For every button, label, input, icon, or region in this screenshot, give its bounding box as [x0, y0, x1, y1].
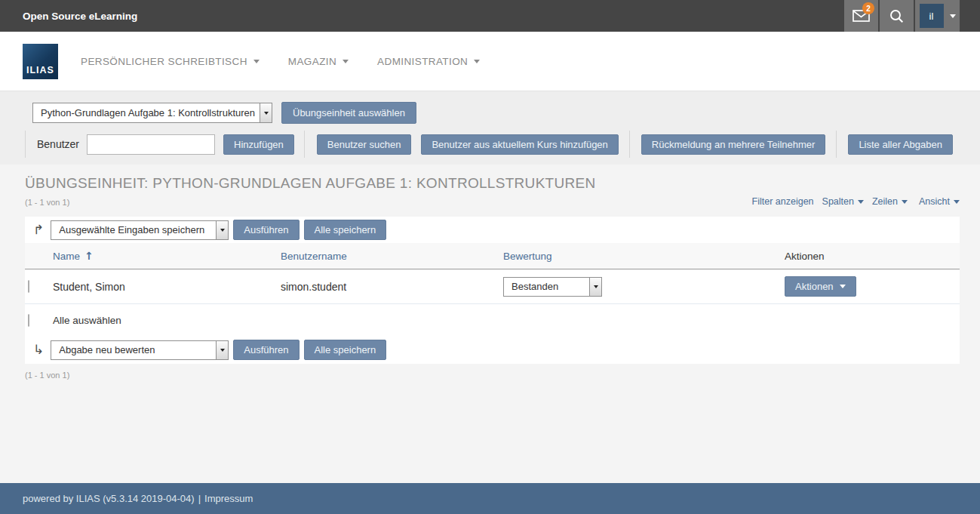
select-all-row: Alle auswählen — [25, 304, 960, 336]
table-row: Student, Simon simon.student Bestanden A… — [25, 269, 960, 304]
table-header-row: Name ↑ Benutzername Bewertung Aktionen — [25, 243, 960, 269]
add-user-button[interactable]: Hinzufügen — [223, 134, 294, 155]
user-menu-button[interactable]: il — [915, 0, 960, 32]
nav-label: MAGAZIN — [288, 56, 336, 67]
select-arrow-icon — [260, 103, 272, 122]
powered-by-text: powered by ILIAS (v5.3.14 2019-04-04) — [23, 493, 195, 504]
table-view-links: Filter anzeigen Spalten Zeilen Ansicht — [752, 196, 960, 207]
top-bar: Open Source eLearning 2 il — [0, 0, 980, 32]
cell-name: Student, Simon — [53, 281, 281, 293]
page-content: ÜBUNGSEINHEIT: PYTHON-GRUNDLAGEN AUFGABE… — [0, 165, 980, 483]
select-all-checkbox[interactable] — [28, 314, 29, 327]
table-top-toolbar: ↱ Ausgewählte Eingaben speichern Ausführ… — [25, 217, 960, 243]
nav-administration[interactable]: ADMINISTRATION — [377, 56, 480, 67]
execute-top-button[interactable]: Ausführen — [233, 220, 299, 240]
apply-to-selection-bottom-icon: ↳ — [33, 343, 44, 356]
row-checkbox[interactable] — [28, 280, 29, 293]
chevron-down-icon — [858, 200, 864, 204]
chevron-down-icon — [343, 60, 349, 63]
user-actions-row: Benutzer Hinzufügen Benutzer suchen Benu… — [25, 131, 960, 158]
nav-label: ADMINISTRATION — [377, 56, 468, 67]
toolbar-divider — [25, 131, 26, 158]
select-arrow-icon — [589, 278, 601, 296]
footer-separator: | — [198, 493, 201, 504]
topbar-icon-panel: 2 il — [844, 0, 960, 32]
bottom-action-select-value: Abgabe neu bewerten — [51, 341, 216, 359]
grade-select[interactable]: Bestanden — [503, 277, 602, 297]
select-exercise-unit-button[interactable]: Übungseinheit auswählen — [281, 102, 416, 124]
members-table: ↱ Ausgewählte Eingaben speichern Ausführ… — [25, 217, 960, 364]
select-arrow-icon — [216, 341, 228, 359]
feedback-multiple-button[interactable]: Rückmeldung an mehrere Teilnehmer — [641, 134, 826, 155]
top-action-select-value: Ausgewählte Eingaben speichern — [51, 221, 216, 239]
page-title: ÜBUNGSEINHEIT: PYTHON-GRUNDLAGEN AUFGABE… — [25, 175, 960, 192]
site-title: Open Source eLearning — [23, 11, 137, 22]
toolbar-divider — [629, 131, 630, 158]
rows-dropdown[interactable]: Zeilen — [872, 196, 908, 207]
exercise-select-row: Python-Grundlagen Aufgabe 1: Kontrollstr… — [32, 102, 960, 124]
execute-bottom-button[interactable]: Ausführen — [233, 340, 299, 360]
exercise-unit-select[interactable]: Python-Grundlagen Aufgabe 1: Kontrollstr… — [32, 103, 272, 123]
show-filter-link[interactable]: Filter anzeigen — [752, 196, 814, 207]
pagination-top: (1 - 1 von 1) — [25, 198, 69, 207]
sort-ascending-icon: ↑ — [84, 250, 94, 262]
search-button[interactable] — [880, 0, 914, 32]
chevron-down-icon — [474, 60, 480, 63]
exercise-unit-select-value: Python-Grundlagen Aufgabe 1: Kontrollstr… — [33, 103, 260, 122]
chevron-down-icon — [950, 14, 956, 18]
view-dropdown[interactable]: Ansicht — [919, 196, 960, 207]
column-header-name[interactable]: Name ↑ — [53, 250, 281, 262]
chevron-down-icon — [840, 285, 846, 288]
ilias-app: Open Source eLearning 2 il — [0, 0, 980, 514]
main-header: ILIAS PERSÖNLICHER SCHREIBTISCH MAGAZIN … — [0, 32, 980, 91]
search-icon — [889, 9, 904, 23]
user-label: Benutzer — [37, 138, 79, 150]
select-arrow-icon — [216, 221, 228, 239]
ilias-logo[interactable]: ILIAS — [23, 44, 58, 79]
cell-username: simon.student — [281, 281, 503, 293]
mail-button[interactable]: 2 — [844, 0, 878, 32]
filter-toolbar: Python-Grundlagen Aufgabe 1: Kontrollstr… — [0, 91, 980, 165]
avatar: il — [920, 4, 944, 28]
table-bottom-toolbar: ↳ Abgabe neu bewerten Ausführen Alle spe… — [25, 336, 960, 364]
columns-dropdown[interactable]: Spalten — [822, 196, 864, 207]
column-header-username[interactable]: Benutzername — [281, 251, 503, 262]
search-users-button[interactable]: Benutzer suchen — [317, 134, 412, 155]
pagination-bottom: (1 - 1 von 1) — [25, 371, 960, 380]
add-from-course-button[interactable]: Benutzer aus aktuellem Kurs hinzufügen — [421, 134, 618, 155]
toolbar-divider — [836, 131, 837, 158]
ilias-logo-text: ILIAS — [26, 65, 54, 75]
top-action-select[interactable]: Ausgewählte Eingaben speichern — [51, 220, 229, 240]
chevron-down-icon — [954, 200, 960, 204]
column-header-actions: Aktionen — [785, 251, 960, 262]
save-all-bottom-button[interactable]: Alle speichern — [304, 340, 387, 360]
user-input[interactable] — [87, 134, 215, 155]
bottom-action-select[interactable]: Abgabe neu bewerten — [51, 340, 229, 360]
mail-badge: 2 — [862, 2, 874, 14]
select-all-label: Alle auswählen — [53, 315, 281, 326]
apply-to-selection-top-icon: ↱ — [33, 223, 44, 236]
nav-label: PERSÖNLICHER SCHREIBTISCH — [81, 56, 247, 67]
column-header-grade[interactable]: Bewertung — [503, 251, 785, 262]
save-all-top-button[interactable]: Alle speichern — [304, 220, 387, 240]
grade-select-value: Bestanden — [504, 278, 589, 296]
impressum-link[interactable]: Impressum — [204, 493, 253, 504]
toolbar-divider — [304, 131, 305, 158]
chevron-down-icon — [902, 200, 908, 204]
main-nav: PERSÖNLICHER SCHREIBTISCH MAGAZIN ADMINI… — [81, 56, 480, 67]
footer: powered by ILIAS (v5.3.14 2019-04-04) | … — [0, 483, 980, 514]
row-actions-button[interactable]: Aktionen — [785, 276, 856, 297]
nav-personal-desktop[interactable]: PERSÖNLICHER SCHREIBTISCH — [81, 56, 260, 67]
list-all-submissions-button[interactable]: Liste aller Abgaben — [848, 134, 953, 155]
nav-repository[interactable]: MAGAZIN — [288, 56, 349, 67]
table-meta-row: (1 - 1 von 1) Filter anzeigen Spalten Ze… — [25, 196, 960, 210]
chevron-down-icon — [253, 60, 260, 63]
